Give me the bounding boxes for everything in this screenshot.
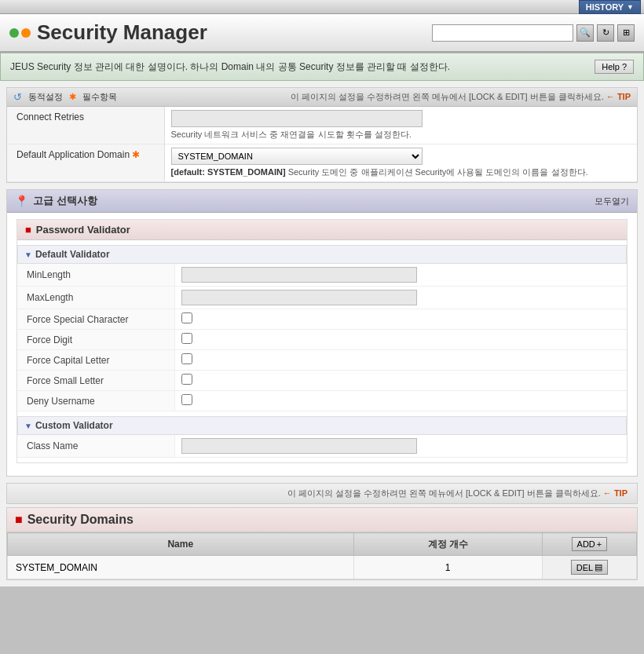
validator-title: Password Validator: [36, 224, 130, 236]
table-row: SYSTEM_DOMAIN 1 DEL ▤: [8, 556, 637, 579]
top-bar: HISTORY: [0, 0, 644, 14]
dynamic-icon: ↺: [13, 91, 22, 103]
domains-table-header-row: Name 계정 개수 ADD +: [8, 533, 637, 556]
force-digit-value: [174, 330, 627, 350]
pin-icon: 📍: [15, 195, 28, 207]
force-capital-value: [174, 350, 627, 371]
domain-count-cell: 1: [353, 556, 542, 579]
force-special-char-checkbox[interactable]: [181, 312, 192, 323]
app-header: Security Manager 🔍 ↻ ⊞: [0, 14, 644, 53]
deny-username-checkbox[interactable]: [181, 394, 192, 405]
circle-orange-icon: [21, 28, 31, 38]
del-icon: ▤: [595, 562, 602, 572]
domains-red-icon: ■: [15, 513, 23, 527]
del-label: DEL: [576, 563, 593, 572]
force-digit-row: Force Digit: [17, 330, 627, 350]
default-text: [default: SYSTEM_DOMAIN]: [171, 167, 286, 177]
connect-retries-row: Connect Retries Security 네트워크 서비스 중 재연결을…: [7, 107, 637, 144]
default-app-domain-row: Default Application Domain ✱ SYSTEM_DOMA…: [7, 144, 637, 182]
deny-username-value: [174, 391, 627, 411]
custom-validator-label: Custom Validator: [35, 420, 113, 431]
connect-retries-desc: Security 네트워크 서비스 중 재연결을 시도할 횟수를 설정한다.: [171, 129, 631, 141]
tip-text: 이 페이지의 설정을 수정하려면 왼쪽 메뉴에서 [LOCK & EDIT] 버…: [291, 92, 604, 101]
connect-retries-value-cell: Security 네트워크 서비스 중 재연결을 시도할 횟수를 설정한다.: [164, 107, 637, 144]
min-length-label: MinLength: [17, 264, 174, 287]
custom-validator-header[interactable]: ▼ Custom Validator: [17, 416, 627, 435]
default-app-domain-select[interactable]: SYSTEM_DOMAIN: [171, 148, 423, 165]
header-right: 🔍 ↻ ⊞: [432, 24, 635, 42]
connect-retries-label: Connect Retries: [7, 107, 164, 144]
default-app-domain-value-cell: SYSTEM_DOMAIN [default: SYSTEM_DOMAIN] S…: [164, 144, 637, 182]
circle-green-icon: [9, 28, 19, 38]
domains-table: Name 계정 개수 ADD + SYSTEM_DOMAIN: [7, 532, 637, 579]
default-validator-arrow: ▼: [24, 250, 32, 259]
default-validator-section: ▼ Default Validator MinLength MaxLength: [17, 245, 627, 411]
max-length-value: [174, 287, 627, 309]
required-label: 필수항목: [82, 91, 117, 103]
advanced-section: 📍 고급 선택사항 모두열기 ■ Password Validator ▼ De…: [6, 189, 638, 477]
toolbar-left: ↺ 동적설정 ✱ 필수항목: [13, 91, 117, 103]
custom-validator-table: Class Name: [17, 435, 627, 458]
expand-all-button[interactable]: 모두열기: [595, 195, 629, 207]
deny-username-row: Deny Username: [17, 391, 627, 411]
title-circles: [9, 28, 31, 38]
force-small-label: Force Small Letter: [17, 371, 174, 391]
page-title: Security Manager: [37, 20, 207, 45]
force-small-value: [174, 371, 627, 391]
main-content: ↺ 동적설정 ✱ 필수항목 이 페이지의 설정을 수정하려면 왼쪽 메뉴에서 […: [0, 81, 644, 586]
default-app-domain-required-icon: ✱: [132, 149, 140, 160]
default-validator-header[interactable]: ▼ Default Validator: [17, 245, 627, 264]
default-app-domain-desc: [default: SYSTEM_DOMAIN] Security 도메인 중 …: [171, 166, 631, 178]
min-length-input[interactable]: [181, 267, 417, 283]
search-input[interactable]: [432, 24, 573, 42]
class-name-input[interactable]: [181, 438, 417, 454]
class-name-row: Class Name: [17, 435, 627, 458]
app-title-container: Security Manager: [9, 20, 207, 45]
force-small-checkbox[interactable]: [181, 374, 192, 385]
connect-retries-input[interactable]: [171, 110, 423, 127]
advanced-body: ■ Password Validator ▼ Default Validator…: [7, 213, 637, 476]
delete-domain-button[interactable]: DEL ▤: [571, 560, 608, 575]
force-small-row: Force Small Letter: [17, 371, 627, 391]
form-table: Connect Retries Security 네트워크 서비스 중 재연결을…: [7, 107, 637, 182]
default-validator-table: MinLength MaxLength Force: [17, 264, 627, 411]
security-domains-section: ■ Security Domains Name 계정 개수 ADD +: [6, 507, 638, 580]
add-domain-button[interactable]: ADD +: [572, 537, 608, 551]
domain-action-cell: DEL ▤: [542, 556, 636, 579]
max-length-input[interactable]: [181, 290, 417, 305]
section-toolbar: ↺ 동적설정 ✱ 필수항목 이 페이지의 설정을 수정하려면 왼쪽 메뉴에서 […: [7, 88, 637, 107]
bottom-tip-tag: ← TIP: [603, 488, 628, 498]
force-special-char-row: Force Special Character: [17, 309, 627, 330]
advanced-header: 📍 고급 선택사항 모두열기: [7, 190, 637, 213]
domain-desc-text: Security 도메인 중 애플리케이션 Security에 사용될 도메인의…: [288, 167, 588, 177]
help-button[interactable]: Help ?: [595, 60, 634, 74]
force-capital-checkbox[interactable]: [181, 353, 192, 364]
force-special-char-value: [174, 309, 627, 330]
validator-header: ■ Password Validator: [17, 220, 627, 240]
advanced-section-label: 고급 선택사항: [33, 194, 97, 208]
max-length-label: MaxLength: [17, 287, 174, 309]
history-button[interactable]: HISTORY: [579, 0, 641, 14]
history-label: HISTORY: [586, 2, 624, 12]
advanced-title: 📍 고급 선택사항: [15, 194, 97, 208]
force-digit-checkbox[interactable]: [181, 333, 192, 344]
add-icon: +: [597, 539, 602, 549]
add-label: ADD: [577, 539, 595, 549]
max-length-row: MaxLength: [17, 287, 627, 309]
force-special-char-label: Force Special Character: [17, 309, 174, 330]
custom-validator-arrow: ▼: [24, 422, 32, 430]
refresh-button[interactable]: ↻: [597, 24, 614, 42]
search-button[interactable]: 🔍: [576, 24, 594, 42]
menu-button[interactable]: ⊞: [617, 24, 635, 42]
min-length-row: MinLength: [17, 264, 627, 287]
validator-red-icon: ■: [25, 224, 31, 236]
password-validator-section: ■ Password Validator ▼ Default Validator…: [16, 219, 628, 463]
custom-validator-section: ▼ Custom Validator Class Name: [17, 416, 627, 458]
info-text: JEUS Security 정보 관리에 대한 설명이다. 하나의 Domain…: [10, 60, 450, 74]
force-digit-label: Force Digit: [17, 330, 174, 350]
min-length-value: [174, 264, 627, 287]
dynamic-label: 동적설정: [28, 91, 63, 103]
domains-title: Security Domains: [27, 513, 134, 527]
col-name: Name: [8, 533, 354, 556]
class-name-value: [174, 435, 627, 458]
